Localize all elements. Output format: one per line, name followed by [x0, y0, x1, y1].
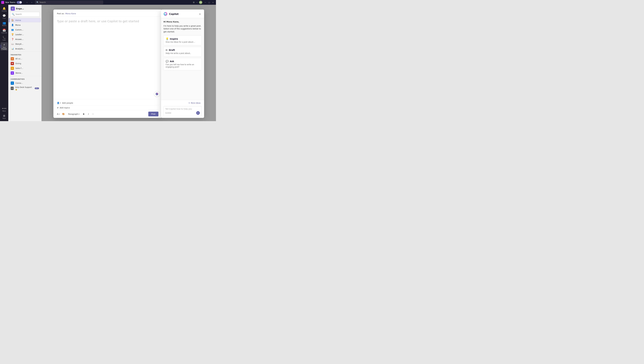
copilot-logo [164, 12, 168, 16]
app-title: New Teams [5, 1, 16, 4]
paragraph-dropdown[interactable]: Paragraph ▾ [67, 112, 81, 116]
copilot-title: Copilot [169, 13, 198, 16]
sidebar-search[interactable]: 🔍 Search [10, 12, 40, 17]
sidebar-nav-storyline[interactable]: 📖 Storyli… [9, 42, 41, 46]
navigation-buttons: ‹ › [25, 0, 34, 5]
chat-icon: 💬 [2, 14, 6, 17]
helpdesk-avatar: HD [11, 87, 14, 90]
new-teams-toggle[interactable] [16, 1, 22, 4]
search-placeholder: Search [40, 1, 46, 4]
search-icon: 🔍 [36, 1, 39, 4]
draft-icon: ✏️ [166, 49, 168, 52]
paragraph-chevron-icon: ▾ [78, 113, 79, 115]
copilot-card-ask[interactable]: 💬 Ask Can you tell me how to write an en… [164, 58, 202, 70]
favorites-section-title: Favorites [8, 52, 42, 56]
post-as-name[interactable]: Mona Kane [65, 13, 76, 15]
copilot-greeting-text: I'm here to help you write a great post.… [164, 25, 201, 33]
inspire-description: Give me ideas for a post about… [166, 41, 200, 43]
format-dropdown-icon[interactable]: ▾ [59, 113, 60, 115]
more-ideas-button[interactable]: ✦ More ideas [187, 101, 202, 105]
sidebar-community-helpdesk[interactable]: HD Help Desk Support 🔒 20+ [8, 86, 42, 91]
ask-icon: 💬 [166, 60, 169, 63]
copilot-card-inspire-header: 💡 Inspire [166, 38, 200, 40]
sidebar-nav-home[interactable]: 🏠 Home [9, 18, 41, 23]
sidebar-item-calls[interactable]: 📞 Calls [0, 35, 8, 42]
app-logo [1, 1, 4, 4]
bold-button[interactable]: B [82, 112, 86, 116]
all-company-avatar: A [11, 57, 14, 61]
more-formatting-icon: ··· [92, 113, 94, 115]
copilot-input-area[interactable]: Tell Copilot how to help you 0/2000 ➤ [164, 106, 202, 116]
storyline-icon: 📖 [11, 43, 14, 45]
copilot-greeting: Hi Mona Kane, I'm here to help you write… [164, 20, 202, 33]
more-formatting-button[interactable]: ··· [91, 112, 95, 116]
copilot-close-button[interactable]: × [198, 12, 202, 16]
add-people-row[interactable]: 👤+ Add people [57, 101, 158, 105]
copilot-card-ask-header: 💬 Ask [166, 60, 200, 63]
copilot-card-inspire[interactable]: 💡 Inspire Give me ideas for a post about… [164, 36, 202, 45]
settings-icon[interactable]: ⚙ [193, 1, 195, 4]
post-button[interactable]: Post [148, 112, 158, 116]
ask-description: Can you tell me how to write an engaging… [166, 63, 200, 69]
more-icon[interactable]: ··· [196, 1, 198, 4]
toolbar-color-button[interactable]: 🎨 [61, 112, 66, 116]
sidebar-item-chat[interactable]: 💬 Chat [0, 13, 8, 20]
calendar-icon: 📅 [2, 29, 6, 32]
close-button[interactable]: × [211, 1, 215, 4]
viva-engage-icon: ⚡ [3, 43, 5, 46]
maximize-button[interactable]: □ [207, 1, 211, 4]
sidebar-item-activity[interactable]: 🔔 Activity [0, 6, 8, 13]
app-container: 🔔 Activity 💬 Chat 👥 Teams 📅 Calendar [0, 5, 216, 121]
copilot-footer: ✦ More ideas Tell Copilot how to help yo… [161, 100, 204, 118]
sidebar-favorite-giving[interactable]: ❤ Giving [8, 61, 42, 66]
toolbar-format-type: A ▾ [57, 113, 60, 115]
leaderboard-icon: 🏆 [11, 33, 14, 36]
add-topics-row[interactable]: # Add topics [57, 105, 158, 110]
sidebar-nav-answers[interactable]: ❓ Answe… [9, 37, 41, 42]
apps-icon: ⊞ [3, 114, 5, 117]
sidebar-nav-analytics[interactable]: 📊 Analytic… [9, 47, 41, 51]
paragraph-label: Paragraph [68, 113, 78, 115]
sidebar-favorite-sales[interactable]: S Sales f… [8, 66, 42, 71]
minimize-button[interactable]: − [204, 1, 207, 4]
sales-avatar: S [11, 67, 14, 70]
sidebar-item-apps[interactable]: ⊞ Apps [0, 113, 8, 120]
sidebar-item-viva-engage[interactable]: ⚡ Viva Engage [0, 42, 8, 51]
copilot-header: Copilot × [161, 10, 204, 18]
post-textarea-placeholder: Type or paste a draft here, or use Copil… [57, 20, 139, 23]
sidebar-item-more[interactable]: ••• More [0, 106, 8, 113]
sidebar-app-title: Enga… [16, 8, 24, 10]
inspire-title: Inspire [170, 38, 178, 40]
sidebar-app-header: E Enga… [8, 5, 42, 12]
sidebar-nav-leaderboard[interactable]: 🏆 Leader… [9, 32, 41, 37]
copilot-body: Hi Mona Kane, I'm here to help you write… [161, 18, 204, 100]
giving-avatar: ❤ [11, 62, 14, 65]
sidebar-favorite-all-company[interactable]: A All co… [8, 56, 42, 61]
sidebar-item-calendar[interactable]: 📅 Calendar [0, 28, 8, 35]
copilot-send-button[interactable]: ➤ [196, 111, 200, 115]
sidebar-nav-communities[interactable]: 👥 Comm… [9, 28, 41, 32]
sidebar-favorite-women[interactable]: W Wome… [8, 71, 42, 75]
sidebar-nav-mona[interactable]: 👤 Mona [9, 23, 41, 27]
inspire-icon: 💡 [166, 38, 169, 40]
women-avatar: W [11, 71, 14, 75]
search-bar[interactable]: 🔍 Search [35, 1, 103, 4]
post-textarea-area[interactable]: Type or paste a draft here, or use Copil… [54, 17, 162, 99]
sidebar-community-connect[interactable]: C Conne… [8, 81, 42, 86]
copilot-card-draft[interactable]: ✏️ Draft Help me write a post about.. [164, 47, 202, 57]
forward-button[interactable]: › [30, 0, 34, 5]
avatar[interactable]: MK [199, 1, 202, 4]
post-as-label: Post as: [57, 13, 64, 15]
sidebar-item-teams[interactable]: 👥 Teams [0, 21, 8, 27]
more-icon: ••• [2, 107, 6, 110]
titlebar-right: ⚙ ··· MK [193, 1, 202, 4]
italic-label: I [88, 113, 88, 115]
ask-title: Ask [170, 60, 174, 63]
post-dialog-bottom: 👤+ Add people # Add topics A ▾ 🎨 [54, 99, 162, 118]
copilot-close-icon: × [199, 13, 201, 16]
draft-description: Help me write a post about.. [166, 52, 200, 55]
italic-button[interactable]: I [87, 112, 90, 116]
answers-icon: ❓ [11, 38, 14, 40]
copilot-fab-button[interactable] [154, 91, 160, 97]
back-button[interactable]: ‹ [25, 0, 29, 5]
